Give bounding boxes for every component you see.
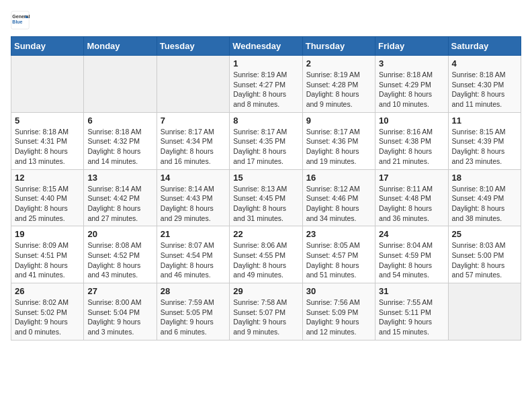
cell-content: Sunrise: 8:15 AMSunset: 4:40 PMDaylight:…: [15, 184, 80, 224]
day-number: 14: [161, 173, 226, 183]
day-number: 23: [306, 229, 371, 239]
cell-content: Sunrise: 8:02 AMSunset: 5:02 PMDaylight:…: [15, 298, 80, 337]
cell-content: Sunrise: 8:15 AMSunset: 4:39 PMDaylight:…: [452, 127, 517, 167]
cell-content: Sunrise: 8:03 AMSunset: 5:00 PMDaylight:…: [452, 240, 517, 280]
day-number: 15: [233, 173, 298, 183]
cell-content: Sunrise: 8:18 AMSunset: 4:32 PMDaylight:…: [87, 127, 152, 167]
day-number: 2: [306, 58, 371, 68]
calendar-cell: 2Sunrise: 8:19 AMSunset: 4:28 PMDaylight…: [302, 56, 375, 113]
calendar-cell: 15Sunrise: 8:13 AMSunset: 4:45 PMDayligh…: [230, 169, 302, 226]
calendar-cell: 14Sunrise: 8:14 AMSunset: 4:43 PMDayligh…: [157, 169, 229, 226]
calendar-week-row: 12Sunrise: 8:15 AMSunset: 4:40 PMDayligh…: [11, 169, 521, 226]
cell-content: Sunrise: 8:13 AMSunset: 4:45 PMDaylight:…: [233, 184, 298, 224]
day-number: 25: [452, 229, 517, 239]
cell-content: Sunrise: 8:17 AMSunset: 4:36 PMDaylight:…: [306, 127, 371, 167]
calendar-cell: 25Sunrise: 8:03 AMSunset: 5:00 PMDayligh…: [448, 226, 521, 283]
calendar-cell: 22Sunrise: 8:06 AMSunset: 4:55 PMDayligh…: [230, 226, 302, 283]
cell-content: Sunrise: 7:55 AMSunset: 5:11 PMDaylight:…: [379, 298, 444, 337]
calendar-cell: 26Sunrise: 8:02 AMSunset: 5:02 PMDayligh…: [11, 283, 84, 340]
calendar-cell: 5Sunrise: 8:18 AMSunset: 4:31 PMDaylight…: [11, 112, 84, 169]
cell-content: Sunrise: 7:56 AMSunset: 5:09 PMDaylight:…: [306, 298, 371, 337]
day-number: 12: [15, 173, 80, 183]
header-area: General Blue: [11, 11, 521, 30]
cell-content: Sunrise: 8:10 AMSunset: 4:49 PMDaylight:…: [452, 184, 517, 224]
calendar-cell: 9Sunrise: 8:17 AMSunset: 4:36 PMDaylight…: [302, 112, 375, 169]
calendar-cell: 17Sunrise: 8:11 AMSunset: 4:48 PMDayligh…: [375, 169, 448, 226]
day-number: 3: [379, 58, 444, 68]
day-number: 7: [161, 116, 226, 126]
day-number: 13: [87, 173, 152, 183]
day-number: 28: [161, 286, 226, 296]
weekday-header-monday: Monday: [84, 37, 157, 56]
calendar-cell: 11Sunrise: 8:15 AMSunset: 4:39 PMDayligh…: [448, 112, 521, 169]
calendar-cell: [448, 283, 521, 340]
calendar-cell: 3Sunrise: 8:18 AMSunset: 4:29 PMDaylight…: [375, 56, 448, 113]
cell-content: Sunrise: 8:04 AMSunset: 4:59 PMDaylight:…: [379, 240, 444, 280]
cell-content: Sunrise: 8:08 AMSunset: 4:52 PMDaylight:…: [87, 240, 152, 280]
weekday-header-wednesday: Wednesday: [230, 37, 302, 56]
day-number: 9: [306, 116, 371, 126]
day-number: 18: [452, 173, 517, 183]
calendar-cell: [84, 56, 157, 113]
calendar-cell: 6Sunrise: 8:18 AMSunset: 4:32 PMDaylight…: [84, 112, 157, 169]
cell-content: Sunrise: 8:06 AMSunset: 4:55 PMDaylight:…: [233, 240, 298, 280]
weekday-header-row: SundayMondayTuesdayWednesdayThursdayFrid…: [11, 37, 521, 56]
calendar-cell: 12Sunrise: 8:15 AMSunset: 4:40 PMDayligh…: [11, 169, 84, 226]
calendar-cell: 7Sunrise: 8:17 AMSunset: 4:34 PMDaylight…: [157, 112, 229, 169]
weekday-header-sunday: Sunday: [11, 37, 84, 56]
calendar-cell: 1Sunrise: 8:19 AMSunset: 4:27 PMDaylight…: [230, 56, 302, 113]
day-number: 19: [15, 229, 80, 239]
cell-content: Sunrise: 8:18 AMSunset: 4:31 PMDaylight:…: [15, 127, 80, 167]
calendar-table: SundayMondayTuesdayWednesdayThursdayFrid…: [11, 36, 521, 340]
day-number: 8: [233, 116, 298, 126]
logo-icon: General Blue: [11, 11, 30, 30]
calendar-week-row: 5Sunrise: 8:18 AMSunset: 4:31 PMDaylight…: [11, 112, 521, 169]
day-number: 26: [15, 286, 80, 296]
calendar-cell: 24Sunrise: 8:04 AMSunset: 4:59 PMDayligh…: [375, 226, 448, 283]
weekday-header-thursday: Thursday: [302, 37, 375, 56]
cell-content: Sunrise: 8:00 AMSunset: 5:04 PMDaylight:…: [87, 298, 152, 337]
svg-text:Blue: Blue: [12, 19, 22, 24]
cell-content: Sunrise: 7:59 AMSunset: 5:05 PMDaylight:…: [161, 298, 226, 337]
cell-content: Sunrise: 8:17 AMSunset: 4:34 PMDaylight:…: [161, 127, 226, 167]
day-number: 10: [379, 116, 444, 126]
calendar-cell: [157, 56, 229, 113]
cell-content: Sunrise: 8:19 AMSunset: 4:27 PMDaylight:…: [233, 70, 298, 109]
calendar-cell: 10Sunrise: 8:16 AMSunset: 4:38 PMDayligh…: [375, 112, 448, 169]
cell-content: Sunrise: 8:16 AMSunset: 4:38 PMDaylight:…: [379, 127, 444, 167]
day-number: 6: [87, 116, 152, 126]
logo: General Blue: [11, 11, 32, 30]
day-number: 1: [233, 58, 298, 68]
calendar-cell: 18Sunrise: 8:10 AMSunset: 4:49 PMDayligh…: [448, 169, 521, 226]
weekday-header-friday: Friday: [375, 37, 448, 56]
weekday-header-saturday: Saturday: [448, 37, 521, 56]
day-number: 30: [306, 286, 371, 296]
day-number: 16: [306, 173, 371, 183]
cell-content: Sunrise: 8:07 AMSunset: 4:54 PMDaylight:…: [161, 240, 226, 280]
cell-content: Sunrise: 8:09 AMSunset: 4:51 PMDaylight:…: [15, 240, 80, 280]
calendar-cell: [11, 56, 84, 113]
day-number: 29: [233, 286, 298, 296]
calendar-week-row: 19Sunrise: 8:09 AMSunset: 4:51 PMDayligh…: [11, 226, 521, 283]
calendar-cell: 31Sunrise: 7:55 AMSunset: 5:11 PMDayligh…: [375, 283, 448, 340]
day-number: 11: [452, 116, 517, 126]
calendar-cell: 20Sunrise: 8:08 AMSunset: 4:52 PMDayligh…: [84, 226, 157, 283]
cell-content: Sunrise: 8:17 AMSunset: 4:35 PMDaylight:…: [233, 127, 298, 167]
cell-content: Sunrise: 8:14 AMSunset: 4:42 PMDaylight:…: [87, 184, 152, 224]
cell-content: Sunrise: 7:58 AMSunset: 5:07 PMDaylight:…: [233, 298, 298, 337]
calendar-cell: 19Sunrise: 8:09 AMSunset: 4:51 PMDayligh…: [11, 226, 84, 283]
calendar-cell: 4Sunrise: 8:18 AMSunset: 4:30 PMDaylight…: [448, 56, 521, 113]
day-number: 21: [161, 229, 226, 239]
cell-content: Sunrise: 8:12 AMSunset: 4:46 PMDaylight:…: [306, 184, 371, 224]
weekday-header-tuesday: Tuesday: [157, 37, 229, 56]
calendar-cell: 13Sunrise: 8:14 AMSunset: 4:42 PMDayligh…: [84, 169, 157, 226]
cell-content: Sunrise: 8:05 AMSunset: 4:57 PMDaylight:…: [306, 240, 371, 280]
calendar-cell: 28Sunrise: 7:59 AMSunset: 5:05 PMDayligh…: [157, 283, 229, 340]
calendar-week-row: 26Sunrise: 8:02 AMSunset: 5:02 PMDayligh…: [11, 283, 521, 340]
day-number: 24: [379, 229, 444, 239]
calendar-cell: 16Sunrise: 8:12 AMSunset: 4:46 PMDayligh…: [302, 169, 375, 226]
calendar-week-row: 1Sunrise: 8:19 AMSunset: 4:27 PMDaylight…: [11, 56, 521, 113]
calendar-cell: 21Sunrise: 8:07 AMSunset: 4:54 PMDayligh…: [157, 226, 229, 283]
day-number: 20: [87, 229, 152, 239]
calendar-cell: 30Sunrise: 7:56 AMSunset: 5:09 PMDayligh…: [302, 283, 375, 340]
